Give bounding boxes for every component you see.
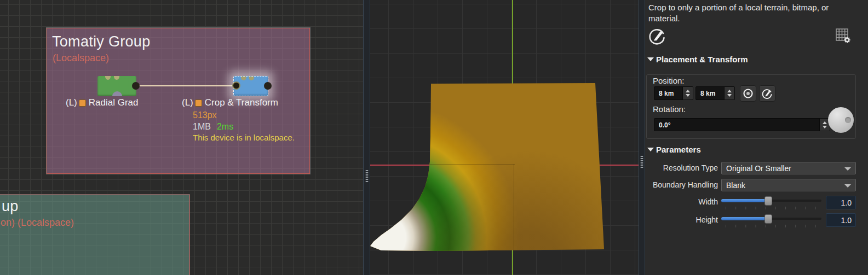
terrain-3d-viewport[interactable] xyxy=(370,0,639,275)
parameter-port-icon[interactable] xyxy=(249,77,254,80)
device-description: Crop to only a portion of a local terrai… xyxy=(648,2,860,25)
splitter-grip-icon[interactable] xyxy=(641,156,643,169)
localspace-badge: (L) xyxy=(66,97,77,108)
edit-position-button[interactable] xyxy=(759,85,775,102)
position-x-value[interactable]: 8 km xyxy=(654,87,682,100)
spinner-arrows-icon[interactable] xyxy=(724,87,734,100)
node-build-stats: 1MB 2ms xyxy=(193,122,233,132)
position-label: Position: xyxy=(653,76,685,85)
height-slider[interactable] xyxy=(721,214,821,225)
width-slider[interactable] xyxy=(721,196,821,207)
param-label-height: Height xyxy=(645,215,718,224)
node-connection-wire xyxy=(136,85,238,86)
world-machine-window: Tomatiy Group (Localspace) (L) Radial Gr… xyxy=(0,0,868,275)
dropdown-arrow-icon xyxy=(844,184,851,188)
node-radial-grad[interactable] xyxy=(97,76,136,96)
group-subtitle-localspace: (Localspace) xyxy=(53,52,109,64)
rotation-label: Rotation: xyxy=(653,104,686,114)
mask-port-icon[interactable] xyxy=(112,91,122,96)
group-subtitle-localspace: on) (Localspace) xyxy=(1,217,74,229)
rotation-input[interactable]: 0.0° xyxy=(654,118,830,131)
slider-ticks xyxy=(721,225,821,227)
position-x-input[interactable]: 8 km xyxy=(654,86,693,100)
position-y-value[interactable]: 8 km xyxy=(696,87,724,100)
slider-thumb[interactable] xyxy=(764,214,772,224)
dropdown-arrow-icon xyxy=(844,167,851,171)
localspace-badge: (L) xyxy=(182,97,193,108)
section-title: Parameters xyxy=(656,145,701,154)
parameter-port-icon[interactable] xyxy=(114,76,119,80)
crop-transform-label-row: (L) Crop & Transform xyxy=(182,97,278,108)
slider-thumb[interactable] xyxy=(764,196,772,206)
position-y-input[interactable]: 8 km xyxy=(695,86,735,100)
param-label-resolution-type: Resolution Type xyxy=(645,163,718,172)
height-value-box[interactable]: 1.0 xyxy=(826,213,856,227)
memory-stat: 1MB xyxy=(193,122,211,132)
splitter-grip-icon[interactable] xyxy=(365,170,368,183)
pen-circle-icon xyxy=(647,26,667,46)
terrain-seam xyxy=(429,164,515,165)
node-group-clipped[interactable]: up on) (Localspace) xyxy=(0,195,189,275)
section-title: Placement & Transform xyxy=(656,55,748,64)
slider-ticks xyxy=(721,207,821,209)
node-resolution-stat: 513px xyxy=(193,110,217,120)
node-name: Crop & Transform xyxy=(204,97,278,108)
circle-dot-icon xyxy=(742,87,754,100)
parameter-port-icon[interactable] xyxy=(241,77,246,80)
pen-circle-icon xyxy=(761,87,773,100)
terrain-preview-mesh xyxy=(370,82,606,253)
time-stat: 2ms xyxy=(217,122,233,132)
node-body xyxy=(97,76,136,96)
crop-transform-output-port[interactable] xyxy=(264,82,272,90)
section-parameters[interactable]: Parameters xyxy=(647,145,701,154)
dropdown-selected-value: Original Or Smaller xyxy=(726,164,791,173)
group-title: Tomatiy Group xyxy=(52,33,150,50)
section-placement-transform[interactable]: Placement & Transform xyxy=(647,55,748,64)
dropdown-selected-value: Blank xyxy=(726,181,745,190)
boundary-handling-dropdown[interactable]: Blank xyxy=(721,179,856,191)
slider-fill xyxy=(721,199,768,202)
resolution-type-dropdown[interactable]: Original Or Smaller xyxy=(721,162,856,174)
spinner-arrows-icon[interactable] xyxy=(682,87,693,100)
grid-gear-icon xyxy=(835,27,851,44)
rotation-value[interactable]: 0.0° xyxy=(654,119,819,131)
device-color-swatch-icon xyxy=(195,100,202,107)
edit-device-button[interactable] xyxy=(647,26,667,46)
param-label-width: Width xyxy=(645,197,718,206)
node-name: Radial Grad xyxy=(88,97,139,108)
device-options-button[interactable] xyxy=(835,27,851,44)
localspace-note: This device is in localspace. xyxy=(193,133,295,142)
panel-splitter-right[interactable] xyxy=(639,0,645,275)
collapse-arrow-icon xyxy=(647,57,654,61)
parameter-port-icon[interactable] xyxy=(105,76,111,80)
rotation-dial[interactable] xyxy=(828,107,854,133)
param-label-boundary-handling: Boundary Handling xyxy=(645,180,718,189)
radial-grad-label-row: (L) Radial Grad xyxy=(66,97,139,108)
slider-fill xyxy=(721,217,768,220)
panel-splitter-left[interactable] xyxy=(363,0,370,275)
rotation-dial-indicator xyxy=(845,117,851,123)
radial-grad-output-port[interactable] xyxy=(132,82,140,90)
width-value-box[interactable]: 1.0 xyxy=(826,196,856,209)
device-color-swatch-icon xyxy=(79,100,86,107)
set-origin-button[interactable] xyxy=(740,85,756,102)
node-graph-canvas[interactable]: Tomatiy Group (Localspace) (L) Radial Gr… xyxy=(0,0,363,275)
group-title: up xyxy=(2,198,19,215)
crop-transform-input-port[interactable] xyxy=(232,81,240,90)
device-inspector: Crop to only a portion of a local terrai… xyxy=(645,0,868,275)
terrain-seam xyxy=(514,164,514,250)
collapse-arrow-icon xyxy=(647,148,654,151)
